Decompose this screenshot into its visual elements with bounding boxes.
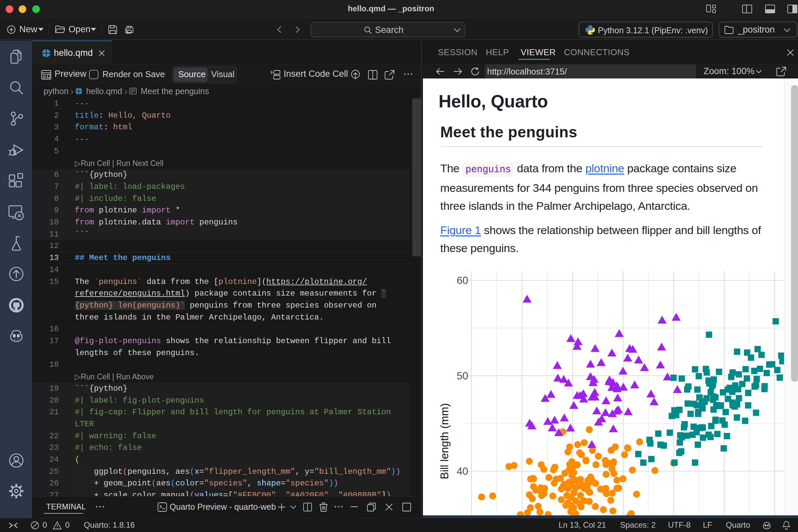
svg-text:50: 50 (457, 370, 468, 382)
svg-text:40: 40 (457, 466, 468, 477)
svg-text:60: 60 (457, 274, 468, 286)
svg-text:Bill length (mm): Bill length (mm) (438, 403, 451, 479)
